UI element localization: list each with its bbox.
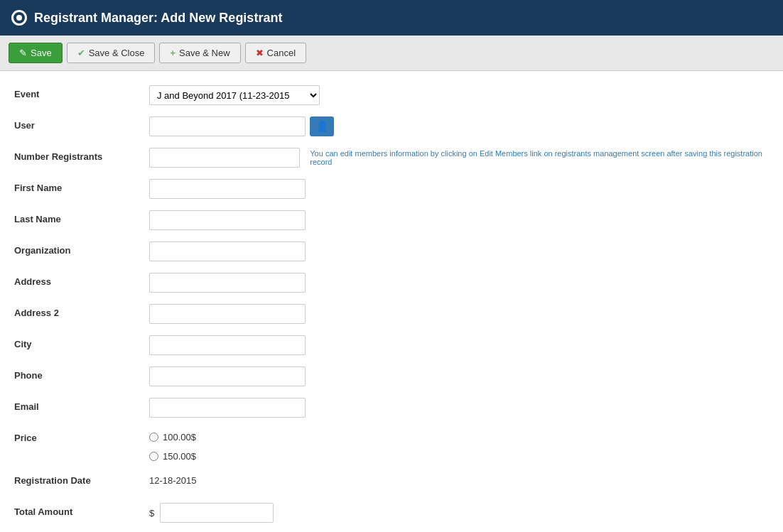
person-icon: 👤	[316, 121, 328, 132]
address-input[interactable]	[149, 273, 306, 293]
city-input[interactable]	[149, 335, 306, 355]
event-row: Event J and Beyond 2017 (11-23-2015	[14, 85, 769, 107]
email-input[interactable]	[149, 398, 306, 418]
phone-input[interactable]	[149, 367, 306, 386]
save-icon: ✎	[19, 48, 27, 58]
first-name-input[interactable]	[149, 179, 306, 199]
city-label: City	[14, 335, 149, 349]
city-row: City	[14, 335, 769, 357]
first-name-label: First Name	[14, 179, 149, 193]
user-input[interactable]	[149, 116, 306, 136]
form: Event J and Beyond 2017 (11-23-2015 User…	[0, 71, 783, 532]
city-field	[149, 335, 769, 355]
address2-input[interactable]	[149, 304, 306, 324]
address2-row: Address 2	[14, 304, 769, 325]
address2-field	[149, 304, 769, 324]
number-registrants-help: You can edit members information by clic…	[310, 149, 769, 166]
total-amount-label: Total Amount	[14, 503, 149, 517]
organization-row: Organization	[14, 241, 769, 263]
price-label: Price	[14, 429, 149, 443]
price-option-150[interactable]: 150.00$	[149, 451, 196, 462]
organization-label: Organization	[14, 241, 149, 256]
email-field	[149, 398, 769, 418]
user-icon-button[interactable]: 👤	[310, 116, 334, 136]
price-radio-150[interactable]	[149, 452, 158, 461]
page-header: Registrant Manager: Add New Registrant	[0, 0, 783, 36]
user-label: User	[14, 116, 149, 131]
number-registrants-field: You can edit members information by clic…	[149, 148, 769, 168]
email-label: Email	[14, 398, 149, 412]
last-name-label: Last Name	[14, 210, 149, 224]
organization-input[interactable]	[149, 241, 306, 261]
last-name-field	[149, 210, 769, 230]
x-icon: ✖	[256, 48, 264, 58]
registration-date-value: 12-18-2015	[149, 472, 197, 486]
number-registrants-row: Number Registrants You can edit members …	[14, 148, 769, 169]
total-amount-prefix: $	[149, 508, 154, 519]
user-field: 👤	[149, 116, 769, 136]
price-field: 100.00$ 150.00$	[149, 429, 769, 462]
total-amount-input[interactable]	[160, 503, 274, 523]
registration-date-field: 12-18-2015	[149, 472, 769, 486]
price-radio-100[interactable]	[149, 433, 158, 442]
price-label-150: 150.00$	[163, 451, 196, 462]
last-name-input[interactable]	[149, 210, 306, 230]
price-label-100: 100.00$	[163, 432, 196, 443]
organization-field	[149, 241, 769, 261]
price-radio-group: 100.00$ 150.00$	[149, 429, 196, 462]
phone-label: Phone	[14, 367, 149, 381]
cancel-button[interactable]: ✖ Cancel	[245, 43, 306, 63]
registration-date-row: Registration Date 12-18-2015	[14, 472, 769, 493]
registration-date-label: Registration Date	[14, 472, 149, 486]
address-field	[149, 273, 769, 293]
total-amount-row: Total Amount $	[14, 503, 769, 524]
price-option-100[interactable]: 100.00$	[149, 432, 196, 443]
phone-field	[149, 367, 769, 386]
page-title: Registrant Manager: Add New Registrant	[34, 11, 282, 26]
phone-row: Phone	[14, 367, 769, 388]
save-new-button[interactable]: + Save & New	[159, 43, 240, 63]
email-row: Email	[14, 398, 769, 419]
check-icon: ✔	[77, 48, 85, 58]
last-name-row: Last Name	[14, 210, 769, 232]
first-name-field	[149, 179, 769, 199]
user-row: User 👤	[14, 116, 769, 138]
event-label: Event	[14, 85, 149, 99]
save-close-button[interactable]: ✔ Save & Close	[67, 43, 156, 63]
total-amount-field: $	[149, 503, 769, 523]
event-field: J and Beyond 2017 (11-23-2015	[149, 85, 769, 105]
price-row: Price 100.00$ 150.00$	[14, 429, 769, 462]
number-registrants-label: Number Registrants	[14, 148, 149, 162]
save-button[interactable]: ✎ Save	[9, 43, 63, 63]
address2-label: Address 2	[14, 304, 149, 318]
address-label: Address	[14, 273, 149, 287]
address-row: Address	[14, 273, 769, 294]
toolbar: ✎ Save ✔ Save & Close + Save & New ✖ Can…	[0, 36, 783, 71]
event-select[interactable]: J and Beyond 2017 (11-23-2015	[149, 85, 320, 105]
number-registrants-input[interactable]	[149, 148, 300, 168]
first-name-row: First Name	[14, 179, 769, 200]
header-icon	[11, 10, 27, 26]
plus-icon: +	[170, 48, 176, 58]
